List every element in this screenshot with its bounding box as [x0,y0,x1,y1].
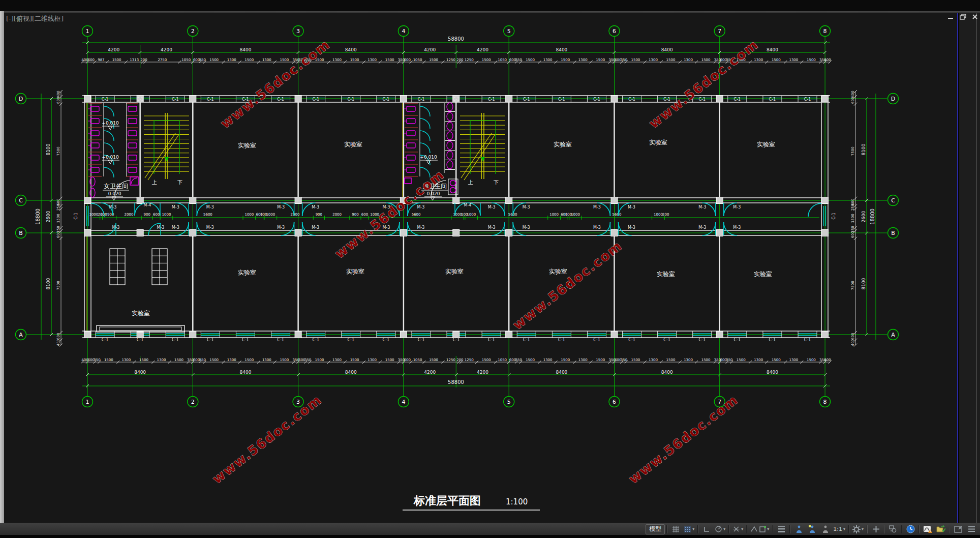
svg-text:1300: 1300 [684,358,693,362]
svg-text:C-1: C-1 [347,338,354,342]
separator [728,525,729,533]
svg-text:1300: 1300 [121,358,131,362]
svg-text:C-1: C-1 [734,97,741,102]
svg-text:1500: 1500 [385,358,394,362]
isolate-objects-icon[interactable] [886,524,900,534]
svg-text:350: 350 [515,58,522,62]
svg-text:实验室: 实验室 [554,141,572,148]
svg-text:2000: 2000 [332,213,342,217]
svg-text:1000: 1000 [266,213,275,217]
lineweight-icon[interactable] [775,524,788,534]
svg-text:4200: 4200 [477,47,488,52]
svg-text:C-1: C-1 [347,97,354,102]
customization-icon[interactable] [965,524,978,534]
clean-screen-icon[interactable] [952,524,965,534]
svg-text:1500: 1500 [429,358,438,362]
svg-text:7500: 7500 [851,146,855,156]
graphics-performance-icon[interactable] [921,524,934,534]
drawing-canvas[interactable]: 5880058800188001880042004200840084004200… [0,0,980,538]
clock-icon[interactable] [904,524,917,534]
svg-text:1500: 1500 [429,58,438,62]
svg-text:5600: 5600 [203,213,212,217]
svg-text:2: 2 [191,399,195,405]
svg-text:M-3: M-3 [157,225,165,230]
svg-text:1000: 1000 [654,213,663,217]
svg-text:1300: 1300 [332,358,342,362]
annotation-autoscale-icon[interactable] [805,524,818,534]
grid-display-icon[interactable] [669,524,682,534]
svg-text:M-3: M-3 [733,225,741,230]
svg-text:M-3: M-3 [628,225,635,230]
viewport-controls[interactable]: [-][俯视][二维线框] [6,14,64,23]
svg-text:M-3: M-3 [172,205,179,210]
svg-text:1000: 1000 [571,213,580,217]
otrack-caret[interactable]: ▾ [741,527,743,531]
svg-text:M-3: M-3 [523,205,530,210]
svg-text:8400: 8400 [661,47,673,52]
window-right-edge [976,12,976,523]
workspace-gear-icon[interactable]: ▾ [851,524,865,534]
svg-text:1500: 1500 [482,358,491,362]
object-snap-tracking-icon[interactable]: ▾ [731,524,745,534]
svg-text:1050: 1050 [181,58,191,62]
svg-text:C-1: C-1 [312,338,319,342]
svg-text:400: 400 [851,339,855,346]
restore-icon[interactable] [959,13,967,20]
object-snap-icon[interactable]: ▾ [749,524,771,534]
polar-caret[interactable]: ▾ [723,527,725,531]
close-icon[interactable] [971,13,979,20]
osnap-caret[interactable]: ▾ [767,527,769,531]
svg-text:400: 400 [57,91,61,97]
svg-text:1500: 1500 [526,58,535,62]
svg-text:4200: 4200 [424,47,436,52]
scale-caret[interactable]: ▾ [843,527,845,531]
svg-text:1300: 1300 [227,358,236,362]
svg-text:C-1: C-1 [137,338,144,342]
svg-text:1500: 1500 [807,358,816,362]
svg-text:+0.010: +0.010 [102,121,119,126]
svg-text:1500: 1500 [385,58,394,62]
svg-text:1000: 1000 [162,213,171,217]
polar-tracking-icon[interactable]: ▾ [713,524,727,534]
svg-text:M-3: M-3 [593,225,601,230]
svg-text:1250: 1250 [465,358,474,362]
svg-text:M-3: M-3 [417,205,424,210]
svg-text:1300: 1300 [754,58,763,62]
svg-text:C-1: C-1 [699,97,706,102]
svg-text:M-3: M-3 [312,205,319,210]
svg-text:1500: 1500 [631,358,640,362]
svg-text:A: A [19,332,23,338]
svg-text:C-1: C-1 [207,97,214,102]
svg-text:1500: 1500 [561,358,570,362]
svg-text:400: 400 [824,58,831,62]
svg-text:1300: 1300 [649,358,658,362]
svg-text:C: C [891,197,895,204]
desktop-sync-icon[interactable] [934,524,947,534]
gear-caret[interactable]: ▾ [862,527,864,531]
svg-text:1000: 1000 [244,213,254,217]
ortho-mode-icon[interactable] [700,524,713,534]
svg-text:M-3: M-3 [628,205,635,210]
annotation-scale-icon[interactable] [818,524,832,534]
svg-text:C-1: C-1 [628,338,635,342]
plus-icon[interactable] [869,524,882,534]
svg-text:1: 1 [86,28,89,35]
svg-text:8400: 8400 [134,370,146,375]
svg-text:C-1: C-1 [277,338,284,342]
svg-text:7500: 7500 [57,146,61,156]
svg-text:2600: 2600 [46,211,51,222]
snap-mode-icon[interactable]: ▾ [682,524,696,534]
annotation-visibility-icon[interactable] [792,524,805,534]
snap-caret[interactable]: ▾ [692,527,694,531]
model-tab-button[interactable]: 模型 [646,524,665,534]
annotation-scale-value[interactable]: 1:1 ▾ [832,524,847,534]
svg-text:600: 600 [57,97,61,104]
svg-text:M-3: M-3 [206,225,214,230]
svg-text:1000: 1000 [467,213,476,217]
minimize-icon[interactable] [946,13,955,20]
window-top-strip [0,11,980,13]
svg-text:1500: 1500 [315,358,324,362]
svg-text:M-3: M-3 [698,225,706,230]
svg-text:1500: 1500 [701,358,711,362]
svg-text:600: 600 [851,97,855,104]
